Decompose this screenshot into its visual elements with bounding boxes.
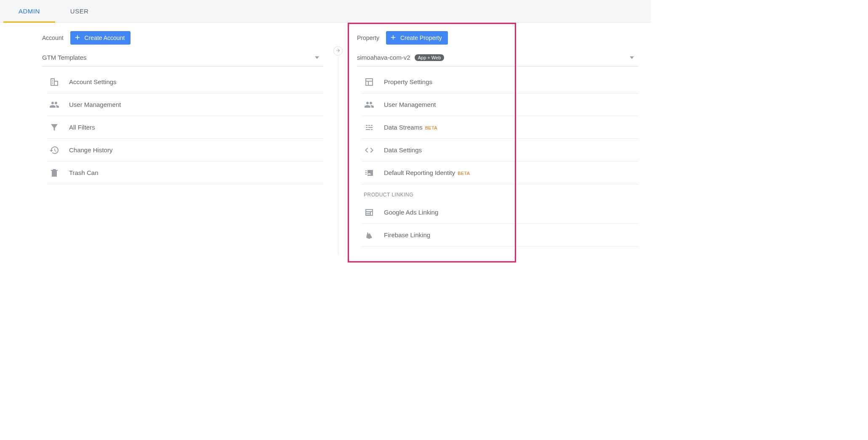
create-account-label: Create Account xyxy=(85,34,125,41)
product-linking-heading: PRODUCT LINKING xyxy=(362,184,638,201)
trash-can-item[interactable]: Trash Can xyxy=(47,162,323,184)
create-account-button[interactable]: Create Account xyxy=(70,31,131,45)
beta-badge: BETA xyxy=(458,171,470,176)
firebase-linking-item[interactable]: Firebase Linking xyxy=(362,224,638,247)
data-streams-icon xyxy=(364,122,375,133)
property-selector[interactable]: simoahava-com-v2 App + Web xyxy=(357,50,638,66)
default-reporting-identity-item[interactable]: Default Reporting IdentityBETA xyxy=(362,162,638,184)
property-settings-item[interactable]: Property Settings xyxy=(362,71,638,93)
data-settings-item[interactable]: Data Settings xyxy=(362,139,638,162)
people-icon xyxy=(49,99,60,110)
account-column: Account Create Account GTM Templates Acc… xyxy=(42,31,323,247)
menu-label: Data StreamsBETA xyxy=(384,124,437,131)
column-divider xyxy=(338,56,338,255)
menu-label: User Management xyxy=(384,101,436,108)
people-icon xyxy=(364,99,375,110)
menu-label: User Management xyxy=(69,101,121,108)
menu-label: Google Ads Linking xyxy=(384,209,438,216)
account-selector[interactable]: GTM Templates xyxy=(42,50,323,66)
property-label: Property xyxy=(357,34,379,41)
property-user-management-item[interactable]: User Management xyxy=(362,93,638,116)
history-icon xyxy=(49,145,60,156)
menu-label: Property Settings xyxy=(384,78,432,85)
plus-icon xyxy=(74,34,81,42)
data-streams-item[interactable]: Data StreamsBETA xyxy=(362,116,638,139)
menu-label: Account Settings xyxy=(69,78,117,85)
arrow-right-icon xyxy=(335,48,341,54)
menu-label: Change History xyxy=(69,146,112,154)
tab-user[interactable]: USER xyxy=(55,0,104,22)
property-column: Property Create Property simoahava-com-v… xyxy=(357,31,638,247)
admin-columns: Account Create Account GTM Templates Acc… xyxy=(0,23,651,263)
layout-icon xyxy=(364,77,375,87)
trash-icon xyxy=(49,167,60,178)
google-ads-linking-item[interactable]: Google Ads Linking xyxy=(362,201,638,224)
tab-admin[interactable]: ADMIN xyxy=(3,0,55,22)
account-label: Account xyxy=(42,34,64,41)
building-icon xyxy=(49,77,60,87)
app-web-badge: App + Web xyxy=(415,54,445,61)
change-history-item[interactable]: Change History xyxy=(47,139,323,162)
all-filters-item[interactable]: All Filters xyxy=(47,116,323,139)
property-menu: Property Settings User Management Data S… xyxy=(362,71,638,247)
collapse-toggle[interactable] xyxy=(333,46,343,56)
account-selected-name: GTM Templates xyxy=(42,54,87,61)
plus-icon xyxy=(389,34,397,42)
id-card-icon xyxy=(364,167,375,178)
firebase-icon xyxy=(364,230,375,241)
top-tabs: ADMIN USER xyxy=(0,0,651,23)
menu-label: Default Reporting IdentityBETA xyxy=(384,169,470,176)
menu-label: All Filters xyxy=(69,124,95,131)
menu-label: Trash Can xyxy=(69,169,98,176)
chevron-down-icon xyxy=(315,56,319,59)
create-property-button[interactable]: Create Property xyxy=(386,31,448,45)
chevron-down-icon xyxy=(630,56,634,59)
create-property-label: Create Property xyxy=(400,34,442,41)
filter-icon xyxy=(49,122,60,133)
account-settings-item[interactable]: Account Settings xyxy=(47,71,323,93)
news-icon xyxy=(364,207,375,218)
code-icon xyxy=(364,145,375,156)
property-header: Property Create Property xyxy=(357,31,638,45)
menu-label: Data Settings xyxy=(384,146,422,154)
property-selected-name: simoahava-com-v2 xyxy=(357,54,410,61)
menu-label: Firebase Linking xyxy=(384,231,430,239)
account-header: Account Create Account xyxy=(42,31,323,45)
beta-badge: BETA xyxy=(425,125,437,130)
account-user-management-item[interactable]: User Management xyxy=(47,93,323,116)
account-menu: Account Settings User Management All Fil… xyxy=(47,71,323,184)
